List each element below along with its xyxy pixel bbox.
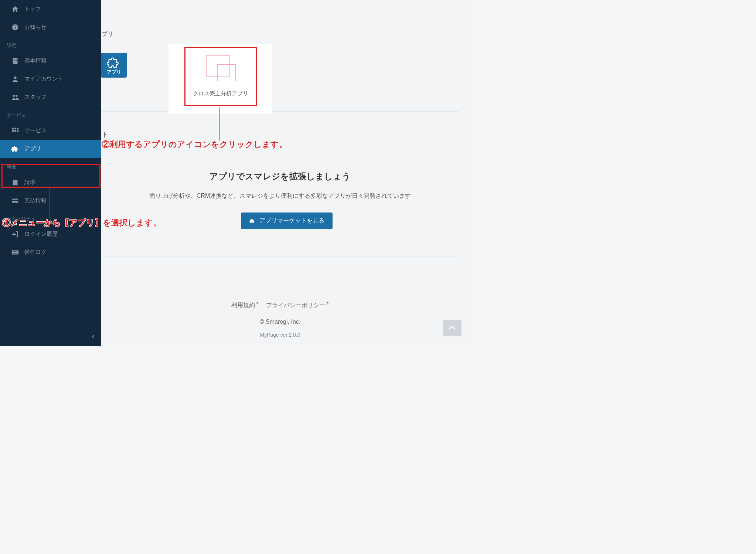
app-thumbnail — [185, 48, 256, 89]
puzzle-icon — [107, 56, 120, 67]
svg-rect-1 — [15, 27, 16, 29]
sidebar-item-label: 操作ログ — [24, 249, 47, 256]
main-content: プリ 連携アプリ アプリでスマレジを拡張しましょう 売り上げ分析や、CRM連携な… — [101, 0, 473, 346]
sidebar-item-label: お知らせ — [24, 24, 47, 31]
footer-links: 利用規約↗ プライバシーポリシー↗ — [101, 301, 459, 309]
annotation-connector-2 — [219, 107, 220, 140]
svg-rect-3 — [13, 58, 18, 64]
section-marker: ト — [101, 130, 108, 139]
svg-rect-22 — [14, 251, 15, 252]
sidebar-item-label: トップ — [24, 6, 41, 13]
sidebar-item-label: 支払情報 — [24, 197, 47, 204]
keyboard-icon — [11, 249, 19, 256]
chevron-up-icon — [448, 325, 456, 330]
card-icon — [11, 197, 19, 204]
home-icon — [11, 6, 19, 13]
svg-rect-23 — [16, 251, 16, 252]
footer-link-privacy[interactable]: プライバシーポリシー↗ — [266, 302, 329, 308]
view-app-market-button[interactable]: アプリマーケットを見る — [241, 213, 333, 229]
app-card-label: クロス売上分析アプリ — [185, 90, 256, 97]
svg-rect-19 — [12, 200, 18, 201]
svg-point-10 — [16, 95, 17, 97]
grid-icon — [11, 128, 19, 134]
svg-rect-16 — [17, 130, 19, 132]
sidebar-item-top[interactable]: トップ — [0, 0, 101, 18]
puzzle-icon — [11, 146, 19, 152]
sidebar-section-settings: 設定 — [0, 36, 101, 52]
svg-rect-14 — [12, 130, 14, 132]
footer-copyright: © Smaregi, Inc. — [101, 319, 459, 325]
mini-card-label: アプリ — [102, 69, 125, 75]
annotation-step-1: ①メニューから【アプリ】を選択します。 — [2, 217, 161, 228]
annotation-connector-1 — [50, 188, 50, 219]
external-link-icon: ↗ — [255, 301, 259, 306]
external-link-icon: ↗ — [325, 301, 329, 306]
sidebar-item-payment[interactable]: 支払情報 — [0, 191, 101, 210]
app-card-cross-analysis[interactable]: クロス売上分析アプリ — [184, 47, 257, 106]
sidebar-item-label: サービス — [24, 127, 47, 134]
market-button-label: アプリマーケットを見る — [259, 217, 324, 225]
sidebar-item-basic-info[interactable]: 基本情報 — [0, 52, 101, 70]
scroll-to-top-button[interactable] — [443, 320, 462, 336]
sidebar-item-label: アプリ — [24, 145, 41, 152]
svg-rect-17 — [13, 180, 18, 185]
sidebar-section-service: サービス — [0, 106, 101, 122]
building-icon — [11, 58, 19, 64]
sidebar-item-operation-log[interactable]: 操作ログ — [0, 243, 101, 261]
svg-rect-15 — [14, 130, 16, 132]
svg-rect-12 — [14, 128, 16, 129]
chevron-left-icon — [91, 335, 96, 341]
people-icon — [11, 94, 19, 101]
sidebar-item-app[interactable]: アプリ — [0, 140, 101, 158]
svg-rect-5 — [16, 59, 17, 60]
svg-point-9 — [13, 95, 15, 97]
market-panel — [101, 146, 459, 256]
sidebar-item-staff[interactable]: スタッフ — [0, 88, 101, 106]
market-title: アプリでスマレジを拡張しましょう — [101, 171, 459, 182]
sidebar-item-label: 請求 — [24, 179, 35, 186]
sidebar-item-my-account[interactable]: マイアカウント — [0, 70, 101, 88]
svg-rect-20 — [12, 250, 18, 254]
svg-rect-7 — [16, 60, 17, 61]
svg-rect-2 — [15, 25, 16, 26]
sidebar-collapse-toggle[interactable] — [0, 328, 101, 346]
sidebar-item-label: スタッフ — [24, 94, 47, 101]
login-icon — [11, 231, 19, 238]
puzzle-icon — [249, 218, 256, 224]
svg-rect-25 — [13, 252, 17, 253]
sidebar-item-label: ログイン履歴 — [24, 231, 58, 238]
sidebar-item-billing[interactable]: 請求 — [0, 173, 101, 191]
receipt-icon — [11, 179, 19, 186]
svg-rect-21 — [13, 251, 14, 252]
svg-point-8 — [14, 76, 16, 79]
sidebar-item-label: マイアカウント — [24, 75, 63, 82]
sidebar: トップ お知らせ 設定 基本情報 マイアカウント スタッフ サービス サービス — [0, 0, 101, 346]
market-description: 売り上げ分析や、CRM連携など、スマレジをより便利にする多彩なアプリが日々開発さ… — [101, 192, 459, 200]
page-title-partial: プリ — [101, 30, 113, 38]
sidebar-item-service[interactable]: サービス — [0, 122, 101, 140]
footer-version: MyPage ver.2.0.0 — [101, 332, 459, 338]
svg-rect-4 — [14, 59, 14, 60]
person-icon — [11, 76, 19, 82]
svg-rect-11 — [12, 128, 14, 129]
info-icon — [11, 24, 19, 31]
sidebar-item-news[interactable]: お知らせ — [0, 18, 101, 36]
app-card-apps[interactable]: アプリ — [101, 53, 127, 78]
svg-rect-13 — [17, 128, 19, 129]
footer-link-terms[interactable]: 利用規約↗ — [231, 302, 259, 308]
sidebar-item-label: 基本情報 — [24, 57, 47, 64]
sidebar-section-fee: 料金 — [0, 158, 101, 173]
apps-panel — [101, 43, 459, 112]
annotation-step-2: ②利用するアプリのアイコンをクリックします。 — [102, 139, 287, 150]
svg-rect-6 — [14, 60, 14, 61]
svg-rect-24 — [17, 251, 18, 252]
